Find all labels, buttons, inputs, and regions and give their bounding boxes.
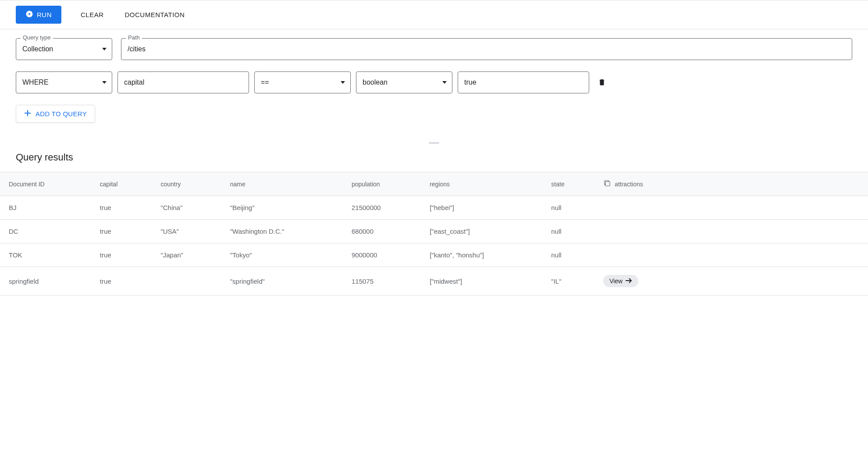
column-header-label: attractions	[615, 181, 643, 188]
clause-value: true	[458, 72, 589, 93]
column-header[interactable]: capital	[96, 172, 157, 196]
results-title: Query results	[0, 146, 868, 172]
table-row[interactable]: springfieldtrue"springfield"115075["midw…	[0, 267, 868, 296]
arrow-right-icon	[625, 278, 632, 285]
table-cell: ["midwest"]	[425, 267, 547, 296]
table-cell: "USA"	[156, 220, 225, 243]
column-header[interactable]: population	[347, 172, 425, 196]
column-header[interactable]: country	[156, 172, 225, 196]
clause-operator-value: ==	[255, 72, 341, 93]
collection-icon	[603, 179, 611, 189]
chevron-down-icon	[442, 81, 452, 84]
path-input[interactable]: Path /cities	[121, 38, 852, 60]
table-cell: true	[96, 196, 157, 220]
table-cell: "Tokyo"	[226, 243, 347, 267]
table-cell: true	[96, 267, 157, 296]
table-cell: "China"	[156, 196, 225, 220]
chevron-down-icon	[102, 81, 112, 84]
chevron-down-icon	[102, 48, 112, 50]
table-cell: "Beijing"	[226, 196, 347, 220]
table-cell: DC	[0, 220, 96, 243]
clause-keyword-select[interactable]: WHERE	[16, 71, 112, 93]
table-cell: 680000	[347, 220, 425, 243]
table-row[interactable]: TOKtrue"Japan""Tokyo"9000000["kanto", "h…	[0, 243, 868, 267]
add-to-query-button[interactable]: ADD TO QUERY	[16, 105, 95, 123]
table-cell: null	[547, 220, 599, 243]
run-button[interactable]: RUN	[16, 6, 61, 24]
table-cell-attractions	[599, 220, 868, 243]
table-cell: "IL"	[547, 267, 599, 296]
table-cell: TOK	[0, 243, 96, 267]
query-builder: Query type Collection Path /cities WHERE…	[0, 29, 868, 140]
clear-button[interactable]: CLEAR	[79, 7, 106, 22]
clause-type-select[interactable]: boolean	[356, 71, 452, 93]
table-cell: 21500000	[347, 196, 425, 220]
clause-field-value: capital	[118, 72, 249, 93]
table-cell: springfield	[0, 267, 96, 296]
table-cell: null	[547, 196, 599, 220]
panel-resize-handle[interactable]	[0, 140, 868, 146]
table-cell: "springfield"	[226, 267, 347, 296]
path-label: Path	[126, 34, 142, 41]
view-label: View	[609, 278, 623, 285]
query-type-value: Collection	[16, 39, 102, 60]
clause-operator-select[interactable]: ==	[254, 71, 351, 93]
clause-type-value: boolean	[356, 72, 442, 93]
view-attractions-chip[interactable]: View	[603, 275, 638, 287]
trash-icon	[598, 78, 606, 88]
results-table: Document ID capital country name populat…	[0, 172, 868, 296]
table-cell: ["kanto", "honshu"]	[425, 243, 547, 267]
path-value: /cities	[121, 39, 852, 60]
clause-keyword-value: WHERE	[16, 72, 102, 93]
add-to-query-label: ADD TO QUERY	[36, 110, 87, 118]
table-cell: "Washington D.C."	[226, 220, 347, 243]
results-section: Query results Document ID capital countr…	[0, 146, 868, 304]
delete-clause-button[interactable]	[594, 78, 609, 88]
svg-rect-1	[605, 182, 610, 186]
plus-icon	[24, 110, 31, 118]
table-cell-attractions	[599, 196, 868, 220]
table-cell: null	[547, 243, 599, 267]
play-icon	[25, 10, 33, 19]
chevron-down-icon	[341, 81, 350, 84]
column-header[interactable]: name	[226, 172, 347, 196]
toolbar: RUN CLEAR DOCUMENTATION	[0, 0, 868, 29]
table-cell: true	[96, 243, 157, 267]
table-cell: "Japan"	[156, 243, 225, 267]
column-header[interactable]: attractions	[599, 172, 868, 196]
clause-value-input[interactable]: true	[458, 71, 589, 93]
table-cell-attractions	[599, 243, 868, 267]
table-cell: ["hebei"]	[425, 196, 547, 220]
table-cell: ["east_coast"]	[425, 220, 547, 243]
column-header[interactable]: state	[547, 172, 599, 196]
table-cell: 115075	[347, 267, 425, 296]
table-cell: true	[96, 220, 157, 243]
table-cell	[156, 267, 225, 296]
clause-field-input[interactable]: capital	[117, 71, 249, 93]
table-row[interactable]: BJtrue"China""Beijing"21500000["hebei"]n…	[0, 196, 868, 220]
column-header[interactable]: regions	[425, 172, 547, 196]
table-header-row: Document ID capital country name populat…	[0, 172, 868, 196]
table-cell: BJ	[0, 196, 96, 220]
table-cell-attractions: View	[599, 267, 868, 296]
run-label: RUN	[37, 11, 52, 18]
table-row[interactable]: DCtrue"USA""Washington D.C."680000["east…	[0, 220, 868, 243]
query-type-label: Query type	[21, 34, 53, 41]
table-cell: 9000000	[347, 243, 425, 267]
documentation-button[interactable]: DOCUMENTATION	[123, 7, 187, 22]
column-header[interactable]: Document ID	[0, 172, 96, 196]
query-type-select[interactable]: Query type Collection	[16, 38, 112, 60]
